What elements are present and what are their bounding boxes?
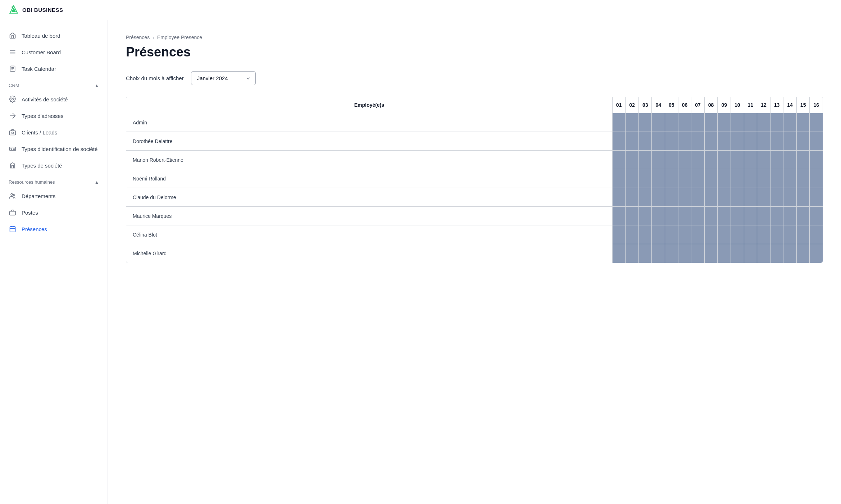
sidebar-item-tableau-de-bord[interactable]: Tableau de bord — [0, 27, 108, 44]
presence-day-cell[interactable] — [731, 207, 744, 225]
presence-day-cell[interactable] — [770, 151, 783, 169]
presence-day-cell[interactable] — [652, 244, 665, 263]
presence-day-cell[interactable] — [638, 244, 652, 263]
presence-day-cell[interactable] — [652, 225, 665, 244]
presence-day-cell[interactable] — [704, 169, 718, 188]
presence-day-cell[interactable] — [638, 113, 652, 132]
sidebar-item-presences[interactable]: Présences — [0, 221, 108, 237]
presence-day-cell[interactable] — [678, 225, 691, 244]
presence-day-cell[interactable] — [718, 169, 731, 188]
presence-day-cell[interactable] — [744, 132, 757, 151]
presence-day-cell[interactable] — [731, 244, 744, 263]
presence-day-cell[interactable] — [731, 188, 744, 207]
presence-day-cell[interactable] — [638, 151, 652, 169]
presence-day-cell[interactable] — [612, 188, 626, 207]
presence-day-cell[interactable] — [612, 207, 626, 225]
presence-day-cell[interactable] — [665, 188, 678, 207]
presence-day-cell[interactable] — [638, 169, 652, 188]
presence-day-cell[interactable] — [704, 225, 718, 244]
presence-day-cell[interactable] — [691, 207, 705, 225]
presence-day-cell[interactable] — [626, 207, 639, 225]
presence-day-cell[interactable] — [744, 244, 757, 263]
presence-day-cell[interactable] — [665, 151, 678, 169]
presence-day-cell[interactable] — [691, 225, 705, 244]
presence-day-cell[interactable] — [810, 169, 823, 188]
presence-day-cell[interactable] — [757, 225, 770, 244]
presence-day-cell[interactable] — [626, 225, 639, 244]
presence-day-cell[interactable] — [810, 207, 823, 225]
presence-day-cell[interactable] — [652, 188, 665, 207]
presence-day-cell[interactable] — [796, 188, 810, 207]
presence-day-cell[interactable] — [691, 151, 705, 169]
presence-day-cell[interactable] — [783, 188, 797, 207]
sidebar-item-task-calendar[interactable]: Task Calendar — [0, 60, 108, 77]
presence-day-cell[interactable] — [612, 225, 626, 244]
presence-day-cell[interactable] — [757, 188, 770, 207]
presence-day-cell[interactable] — [796, 132, 810, 151]
presence-day-cell[interactable] — [678, 244, 691, 263]
presence-day-cell[interactable] — [796, 244, 810, 263]
presence-day-cell[interactable] — [770, 244, 783, 263]
presence-day-cell[interactable] — [796, 113, 810, 132]
presence-day-cell[interactable] — [638, 225, 652, 244]
crm-section-header[interactable]: CRM ▲ — [0, 77, 108, 91]
presence-day-cell[interactable] — [638, 188, 652, 207]
presence-day-cell[interactable] — [731, 169, 744, 188]
presence-day-cell[interactable] — [810, 113, 823, 132]
presence-day-cell[interactable] — [770, 225, 783, 244]
presence-day-cell[interactable] — [718, 113, 731, 132]
presence-day-cell[interactable] — [665, 244, 678, 263]
sidebar-item-postes[interactable]: Postes — [0, 204, 108, 221]
presence-day-cell[interactable] — [810, 188, 823, 207]
presence-day-cell[interactable] — [665, 225, 678, 244]
sidebar-item-types-adresses[interactable]: Types d'adresses — [0, 107, 108, 124]
presence-day-cell[interactable] — [731, 113, 744, 132]
presence-day-cell[interactable] — [757, 207, 770, 225]
presence-day-cell[interactable] — [770, 132, 783, 151]
presence-day-cell[interactable] — [770, 207, 783, 225]
presence-day-cell[interactable] — [744, 169, 757, 188]
presence-day-cell[interactable] — [770, 113, 783, 132]
presence-day-cell[interactable] — [718, 207, 731, 225]
presence-day-cell[interactable] — [810, 132, 823, 151]
presence-day-cell[interactable] — [652, 207, 665, 225]
presence-day-cell[interactable] — [744, 225, 757, 244]
presence-day-cell[interactable] — [704, 207, 718, 225]
presence-day-cell[interactable] — [678, 113, 691, 132]
sidebar-item-types-identification[interactable]: Types d'identification de société — [0, 141, 108, 157]
presence-day-cell[interactable] — [704, 244, 718, 263]
presence-day-cell[interactable] — [691, 169, 705, 188]
sidebar-item-activites-societe[interactable]: Activités de société — [0, 91, 108, 107]
presence-day-cell[interactable] — [678, 188, 691, 207]
presence-day-cell[interactable] — [626, 188, 639, 207]
presence-day-cell[interactable] — [731, 225, 744, 244]
presence-day-cell[interactable] — [665, 207, 678, 225]
presence-day-cell[interactable] — [638, 207, 652, 225]
sidebar-item-customer-board[interactable]: Customer Board — [0, 44, 108, 60]
presence-day-cell[interactable] — [744, 113, 757, 132]
presence-day-cell[interactable] — [612, 132, 626, 151]
presence-day-cell[interactable] — [665, 132, 678, 151]
presence-day-cell[interactable] — [783, 225, 797, 244]
presence-day-cell[interactable] — [612, 244, 626, 263]
presence-day-cell[interactable] — [652, 151, 665, 169]
presence-day-cell[interactable] — [757, 244, 770, 263]
presence-day-cell[interactable] — [704, 151, 718, 169]
presence-day-cell[interactable] — [718, 244, 731, 263]
presence-day-cell[interactable] — [757, 132, 770, 151]
presence-day-cell[interactable] — [704, 113, 718, 132]
breadcrumb-item-presences[interactable]: Présences — [126, 35, 150, 40]
presence-day-cell[interactable] — [796, 225, 810, 244]
presence-day-cell[interactable] — [678, 132, 691, 151]
presence-day-cell[interactable] — [731, 132, 744, 151]
presence-day-cell[interactable] — [704, 132, 718, 151]
presence-day-cell[interactable] — [626, 113, 639, 132]
presence-day-cell[interactable] — [757, 151, 770, 169]
presence-day-cell[interactable] — [691, 113, 705, 132]
presence-day-cell[interactable] — [612, 113, 626, 132]
sidebar-item-departements[interactable]: Départements — [0, 188, 108, 204]
presence-day-cell[interactable] — [678, 169, 691, 188]
presence-day-cell[interactable] — [691, 132, 705, 151]
presence-day-cell[interactable] — [757, 169, 770, 188]
presence-day-cell[interactable] — [626, 244, 639, 263]
